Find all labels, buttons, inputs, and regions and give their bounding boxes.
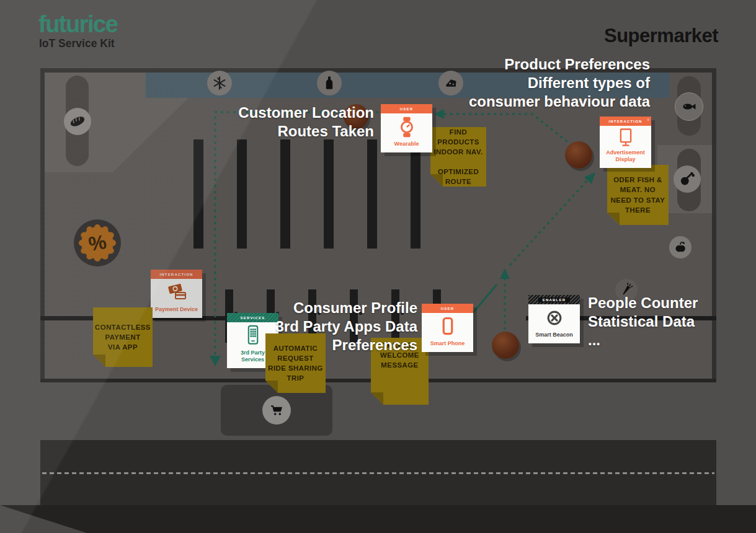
sticky-text: CONTACTLESS PAYMENT VIA APP [92, 320, 153, 355]
wearable-card[interactable]: USER Wearable [381, 104, 432, 152]
annotation-customer-location: Customer Location Routes Taken [238, 104, 374, 141]
sticky-note-order-fish[interactable]: ODER FISH & MEAT. NO NEED TO STAY THERE [607, 165, 669, 225]
card-label: Smart Beacon [528, 332, 580, 343]
card-category: USER [381, 104, 432, 113]
arrow-down-icon [210, 356, 221, 366]
card-category: USER [422, 304, 473, 313]
card-label: Wearable [381, 141, 432, 152]
smartphone-icon [422, 313, 473, 340]
beacon-to-display-path [510, 181, 587, 265]
sticky-text: FIND PRODUCTS INDOOR NAV. OPTIMIZED ROUT… [430, 125, 486, 190]
card-label: Smart Phone [422, 340, 473, 352]
advertisement-display-card[interactable]: INTERACTION i Advertisement Display [600, 117, 651, 168]
beacon-icon [528, 304, 580, 332]
arrow-up-icon [500, 268, 510, 279]
card-label: Payment Device [151, 306, 202, 318]
display-icon [600, 126, 651, 149]
sticky-note-contactless[interactable]: CONTACTLESS PAYMENT VIA APP [93, 307, 153, 367]
payment-device-card[interactable]: INTERACTION Payment Device [151, 270, 202, 318]
phone-link-line [471, 284, 497, 315]
annotation-consumer-profile: Consumer Profile 3rd Party Apps Data Pre… [275, 299, 417, 355]
annotation-people-counter: People Counter Statistical Data ... [588, 294, 698, 350]
info-icon: i [647, 118, 649, 121]
card-category: INTERACTION i [600, 117, 651, 126]
watch-icon [381, 113, 432, 141]
card-category: SERVICES [227, 313, 278, 322]
sticky-text: ODER FISH & MEAT. NO NEED TO STAY THERE [608, 172, 668, 217]
sticky-note-find-products[interactable]: FIND PRODUCTS INDOOR NAV. OPTIMIZED ROUT… [430, 127, 486, 187]
card-category-text: ENABLER [538, 297, 570, 302]
smart-beacon-card[interactable]: ENABLER Smart Beacon [528, 295, 580, 343]
person-marker[interactable] [492, 332, 519, 359]
payment-icon [151, 279, 202, 306]
smart-phone-card[interactable]: USER Smart Phone [422, 304, 473, 352]
annotation-product-preferences: Product Preferences Different types of c… [469, 55, 650, 111]
supermarket-scenario-board: futurice IoT Service Kit Supermarket [0, 0, 756, 533]
card-category-text: INTERACTION [608, 120, 642, 123]
person-marker[interactable] [565, 141, 592, 169]
card-category: INTERACTION [151, 270, 202, 279]
arrow-left-icon [434, 109, 444, 119]
card-category: ENABLER [528, 295, 580, 304]
card-label: Advertisement Display [600, 149, 651, 168]
